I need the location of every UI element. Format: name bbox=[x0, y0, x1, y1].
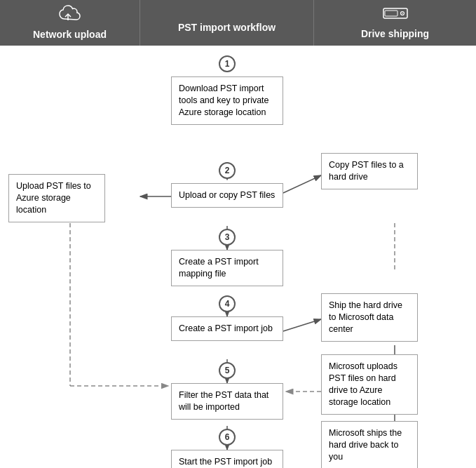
svg-point-4 bbox=[402, 13, 403, 14]
center-column-header: PST import workflow bbox=[140, 0, 314, 46]
step2-circle: 2 bbox=[219, 162, 236, 179]
left-upload-box: Upload PST files to Azure storage locati… bbox=[8, 174, 105, 222]
left-column-title: Network upload bbox=[33, 29, 107, 40]
step5-area: 5 Filter the PST data that will be impor… bbox=[140, 358, 314, 420]
right-column-header: Drive shipping bbox=[314, 0, 476, 46]
network-upload-icon bbox=[59, 5, 81, 26]
svg-rect-2 bbox=[385, 11, 397, 16]
step3-circle: 3 bbox=[219, 229, 236, 246]
step2-box: Upload or copy PST files bbox=[171, 183, 283, 208]
step4-area: 4 Create a PST import job bbox=[140, 291, 314, 341]
center-column-title: PST import workflow bbox=[178, 22, 276, 33]
right-box-ms-uploads: Microsoft uploads PST files on hard driv… bbox=[321, 354, 418, 415]
drive-shipping-icon bbox=[383, 6, 408, 25]
right-box-ship-drive: Ship the hard drive to Microsoft data ce… bbox=[321, 293, 418, 342]
step6-box: Start the PST import job bbox=[171, 450, 283, 468]
step6-area: 6 Start the PST import job bbox=[140, 424, 314, 468]
diagram-wrapper: Network upload PST import workflow Drive… bbox=[0, 0, 476, 468]
step3-area: 3 Create a PST import mapping file bbox=[140, 225, 314, 286]
step5-box: Filter the PST data that will be importe… bbox=[171, 383, 283, 420]
step4-circle: 4 bbox=[219, 295, 236, 312]
step1-circle: 1 bbox=[219, 55, 236, 72]
step3-box: Create a PST import mapping file bbox=[171, 250, 283, 286]
right-box-copy-pst: Copy PST files to a hard drive bbox=[321, 153, 418, 189]
step1-box: Download PST import tools and key to pri… bbox=[171, 76, 283, 125]
left-column-header: Network upload bbox=[0, 0, 140, 46]
step4-box: Create a PST import job bbox=[171, 316, 283, 341]
step5-circle: 5 bbox=[219, 362, 236, 379]
step6-circle: 6 bbox=[219, 429, 236, 446]
step2-area: 2 Upload or copy PST files bbox=[140, 158, 314, 208]
step1-area: 1 Download PST import tools and key to p… bbox=[140, 46, 314, 125]
right-column-title: Drive shipping bbox=[361, 28, 429, 39]
right-box-ms-ships: Microsoft ships the hard drive back to y… bbox=[321, 421, 418, 468]
